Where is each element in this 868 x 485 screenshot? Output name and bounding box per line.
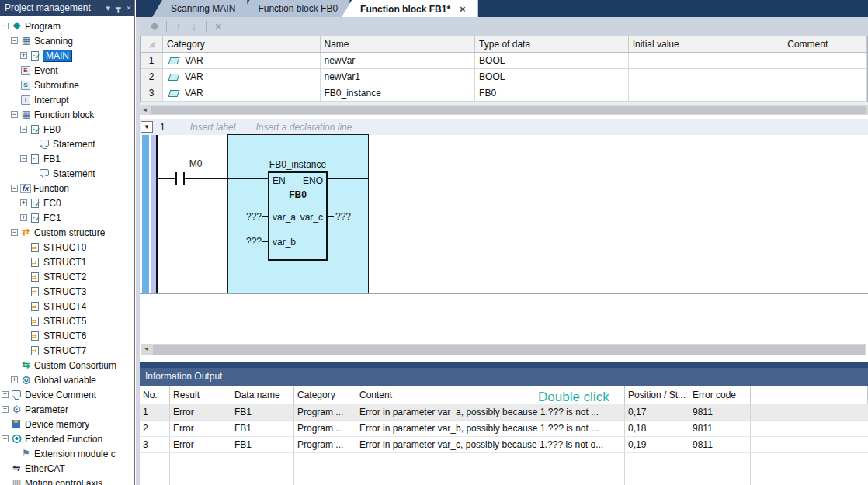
delete-icon[interactable]: ×: [210, 20, 226, 33]
tree-item-struct7[interactable]: STRUCT7: [0, 343, 134, 358]
collapse-expander-icon[interactable]: −: [11, 185, 18, 192]
info-column-category[interactable]: Category: [294, 386, 356, 404]
comment-cell[interactable]: [783, 53, 867, 69]
expand-expander-icon[interactable]: +: [20, 214, 27, 221]
column-header-name[interactable]: Name: [321, 36, 476, 53]
tree-item-struct1[interactable]: STRUCT1: [0, 255, 134, 269]
tree-item-device-memory[interactable]: Device memory: [0, 417, 134, 431]
expand-expander-icon[interactable]: +: [20, 52, 27, 59]
new-variable-icon[interactable]: ❖: [147, 20, 162, 33]
info-row[interactable]: 2ErrorFB1Program ...Error in parameter v…: [140, 421, 868, 437]
initial-value-cell[interactable]: [629, 69, 784, 85]
tree-item-struct4[interactable]: STRUCT4: [0, 299, 134, 314]
initial-value-cell[interactable]: [629, 53, 784, 69]
move-up-icon[interactable]: ↑: [171, 20, 186, 33]
column-header-initial-value[interactable]: Initial value: [629, 36, 784, 53]
expand-expander-icon[interactable]: +: [11, 376, 18, 383]
fb0-function-block[interactable]: EN ENO FB0 var_a var_c var_b: [268, 171, 328, 261]
tree-item-custom-consortium[interactable]: ⇆Custom Consortium: [0, 358, 134, 372]
column-header-comment[interactable]: Comment: [783, 36, 867, 53]
tree-item-global-variable[interactable]: +◎Global variable: [0, 372, 134, 387]
insert-label-hint[interactable]: Insert label: [190, 122, 236, 133]
comment-cell[interactable]: [783, 69, 867, 85]
info-row[interactable]: [140, 469, 868, 485]
tree-item-custom-structure[interactable]: −⇄Custom structure: [0, 225, 134, 240]
scrollbar-thumb[interactable]: [151, 106, 866, 114]
tree-item-struct2[interactable]: STRUCT2: [0, 269, 134, 284]
tree-item-fb1[interactable]: −FB1: [0, 151, 134, 166]
move-down-icon[interactable]: ↓: [186, 20, 202, 33]
collapse-expander-icon[interactable]: −: [2, 435, 9, 442]
tree-item-program[interactable]: −❖Program: [0, 19, 134, 33]
initial-value-cell[interactable]: [629, 85, 784, 102]
info-column-result[interactable]: Result: [170, 386, 231, 404]
scroll-left-arrow-icon[interactable]: ◂: [140, 105, 150, 115]
column-header-type-of-data[interactable]: Type of data: [475, 36, 629, 53]
tree-item-device-comment[interactable]: +Device Comment: [0, 387, 134, 402]
expand-expander-icon[interactable]: +: [2, 406, 9, 413]
collapse-expander-icon[interactable]: −: [11, 37, 18, 44]
tab-close-icon[interactable]: ×: [460, 3, 466, 15]
ladder-hscrollbar[interactable]: ◂: [141, 344, 866, 355]
tree-item-event[interactable]: EEvent: [0, 63, 134, 78]
name-cell[interactable]: FB0_instance: [321, 85, 476, 102]
tree-item-main[interactable]: +MAIN: [0, 48, 134, 63]
info-row[interactable]: [140, 453, 868, 469]
rung-collapse-button[interactable]: ▼: [141, 121, 153, 133]
variable-table-hscrollbar[interactable]: ◂: [140, 105, 868, 115]
tree-item-function-block[interactable]: −▦Function block: [0, 107, 134, 122]
fb-instance-label[interactable]: FB0_instance: [268, 159, 328, 170]
tree-item-motion-control-axis[interactable]: ▥Motion control axis: [0, 476, 134, 485]
tree-item-struct0[interactable]: STRUCT0: [0, 240, 134, 255]
tree-item-fc0[interactable]: +FC0: [0, 196, 134, 210]
info-column-no[interactable]: No.: [140, 386, 170, 404]
tab-function-block-fb0[interactable]: Function block FB0: [239, 0, 350, 17]
name-cell[interactable]: newVar: [321, 53, 476, 69]
scrollbar-thumb[interactable]: [153, 345, 865, 355]
panel-dropdown-icon[interactable]: ▾: [106, 3, 110, 13]
info-column-position-st[interactable]: Position / St...: [625, 386, 689, 404]
tree-item-parameter[interactable]: +⚙Parameter: [0, 402, 134, 417]
var-row[interactable]: 2VARnewVar1BOOL: [141, 69, 867, 85]
tree-item-function[interactable]: −fxFunction: [0, 181, 134, 196]
tree-item-struct5[interactable]: STRUCT5: [0, 314, 134, 328]
type-cell[interactable]: BOOL: [475, 53, 629, 69]
expand-expander-icon[interactable]: +: [2, 391, 9, 398]
tab-scanning-main[interactable]: Scanning MAIN: [152, 0, 248, 17]
category-cell[interactable]: VAR: [163, 53, 321, 69]
ladder-editor[interactable]: ▼ 1 Insert label Insert a declaration li…: [140, 115, 868, 362]
name-cell[interactable]: newVar1: [321, 69, 476, 85]
tree-item-fc1[interactable]: +FC1: [0, 210, 134, 225]
tree-item-extended-function[interactable]: −⦿Extended Function: [0, 431, 134, 446]
collapse-expander-icon[interactable]: −: [20, 126, 27, 133]
scroll-left-arrow-icon[interactable]: ◂: [141, 344, 151, 355]
panel-close-icon[interactable]: ×: [127, 3, 131, 12]
column-header-category[interactable]: Category: [163, 36, 321, 53]
tree-item-struct6[interactable]: STRUCT6: [0, 328, 134, 343]
var-row[interactable]: 1VARnewVarBOOL: [141, 53, 867, 69]
tree-item-statement[interactable]: Statement: [0, 137, 134, 151]
collapse-expander-icon[interactable]: −: [11, 229, 18, 236]
tab-function-block-fb1[interactable]: Function block FB1*×: [342, 0, 478, 17]
tree-item-extension-module-c[interactable]: ⚑Extension module c: [0, 446, 134, 461]
collapse-expander-icon[interactable]: −: [20, 155, 27, 162]
type-cell[interactable]: BOOL: [475, 69, 629, 85]
select-all-corner[interactable]: ◢: [141, 36, 163, 53]
tree-item-subroutine[interactable]: SSubroutine: [0, 78, 134, 92]
panel-pin-icon[interactable]: ┳: [116, 3, 121, 13]
category-cell[interactable]: VAR: [163, 85, 321, 102]
tree-item-ethercat[interactable]: ⇋EtherCAT: [0, 461, 134, 476]
contact-operand-label[interactable]: M0: [180, 158, 211, 169]
collapse-expander-icon[interactable]: −: [11, 111, 18, 118]
insert-declaration-hint[interactable]: Insert a declaration line: [255, 122, 352, 133]
output-operand-var-c[interactable]: ???: [335, 211, 352, 222]
var-row[interactable]: 3VARFB0_instanceFB0: [141, 85, 867, 102]
tree-item-fb0[interactable]: −FB0: [0, 122, 134, 137]
input-operand-var-a[interactable]: ???: [245, 211, 262, 222]
input-operand-var-b[interactable]: ???: [245, 236, 262, 247]
info-column-error-code[interactable]: Error code: [689, 386, 751, 404]
category-cell[interactable]: VAR: [163, 69, 321, 85]
collapse-expander-icon[interactable]: −: [2, 23, 9, 29]
info-column-data-name[interactable]: Data name: [231, 386, 294, 404]
tree-item-struct3[interactable]: STRUCT3: [0, 284, 134, 299]
